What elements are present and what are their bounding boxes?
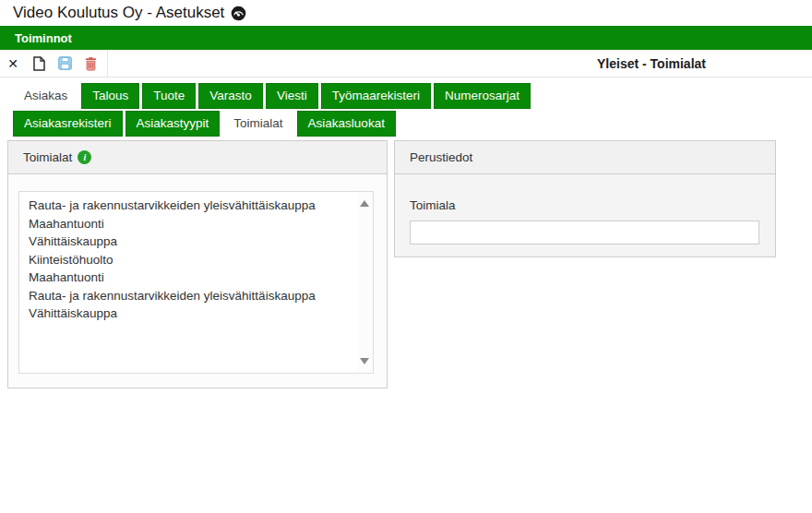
scroll-down-icon[interactable] xyxy=(360,358,369,364)
list-item[interactable]: Rauta- ja rakennustarvikkeiden yleisvähi… xyxy=(29,287,353,305)
toimialat-panel-header: Toimialat i xyxy=(8,141,387,174)
window-titlebar: Video Koulutus Oy - Asetukset xyxy=(0,0,812,26)
list-item[interactable]: Vähittäiskauppa xyxy=(29,304,353,323)
tab-numerosarjat[interactable]: Numerosarjat xyxy=(434,83,531,109)
tab-asiakasluokat[interactable]: Asiakasluokat xyxy=(297,111,396,137)
perustiedot-panel-header: Perustiedot xyxy=(395,141,775,174)
trash-icon[interactable] xyxy=(78,50,103,77)
tab-asiakas[interactable]: Asiakas xyxy=(13,83,78,109)
toimialat-panel-title: Toimialat xyxy=(23,150,72,164)
toimiala-field-label: Toimiala xyxy=(410,198,759,212)
tab-toimialat[interactable]: Toimialat xyxy=(222,111,293,137)
list-item[interactable]: Kiinteistöhuolto xyxy=(29,251,353,269)
context-title: Yleiset - Toimialat xyxy=(597,56,706,71)
toimialat-panel: Toimialat i Rauta- ja rakennustarvikkeid… xyxy=(7,140,388,388)
new-document-icon[interactable] xyxy=(26,50,52,77)
listbox-scrollbar[interactable] xyxy=(357,192,373,373)
toimialat-list: Rauta- ja rakennustarvikkeiden yleisvähi… xyxy=(19,192,357,373)
menubar: Toiminnot xyxy=(0,26,812,50)
toimialat-listbox[interactable]: Rauta- ja rakennustarvikkeiden yleisvähi… xyxy=(18,191,374,374)
tab-tuote[interactable]: Tuote xyxy=(142,83,196,109)
info-icon[interactable]: i xyxy=(78,150,91,164)
tab-row-main: Asiakas Talous Tuote Varasto Viesti Työm… xyxy=(13,83,812,109)
settings-window: { "window": { "title": "Video Koulutus O… xyxy=(0,0,812,513)
list-item[interactable]: Maahantuonti xyxy=(29,215,353,233)
menu-toiminnot[interactable]: Toiminnot xyxy=(15,31,72,45)
tabs-area: Asiakas Talous Tuote Varasto Viesti Työm… xyxy=(0,78,812,137)
list-item[interactable]: Maahantuonti xyxy=(29,268,353,287)
scroll-up-icon[interactable] xyxy=(360,200,369,207)
toolbar: ✕ Yleiset - Toimialat xyxy=(0,50,812,78)
toimiala-input[interactable] xyxy=(410,221,759,245)
gauge-icon xyxy=(231,6,246,21)
perustiedot-panel-title: Perustiedot xyxy=(410,150,472,164)
tab-row-sub: Asiakasrekisteri Asiakastyypit Toimialat… xyxy=(13,111,812,137)
tab-viesti[interactable]: Viesti xyxy=(266,83,318,109)
tab-tyomaarekisteri[interactable]: Työmaarekisteri xyxy=(321,83,431,109)
tab-varasto[interactable]: Varasto xyxy=(198,83,263,109)
tab-talous[interactable]: Talous xyxy=(81,83,139,109)
close-icon[interactable]: ✕ xyxy=(0,50,26,77)
window-title: Video Koulutus Oy - Asetukset xyxy=(13,4,224,22)
save-icon[interactable] xyxy=(52,50,78,77)
tab-asiakasrekisteri[interactable]: Asiakasrekisteri xyxy=(13,111,123,137)
list-item[interactable]: Vähittäiskauppa xyxy=(29,233,353,251)
list-item[interactable]: Rauta- ja rakennustarvikkeiden yleisvähi… xyxy=(29,197,353,215)
toolbar-separator xyxy=(107,50,108,77)
tab-asiakastyypit[interactable]: Asiakastyypit xyxy=(125,111,221,137)
perustiedot-panel: Perustiedot Toimiala xyxy=(394,140,776,257)
perustiedot-body: Toimiala xyxy=(395,174,775,245)
